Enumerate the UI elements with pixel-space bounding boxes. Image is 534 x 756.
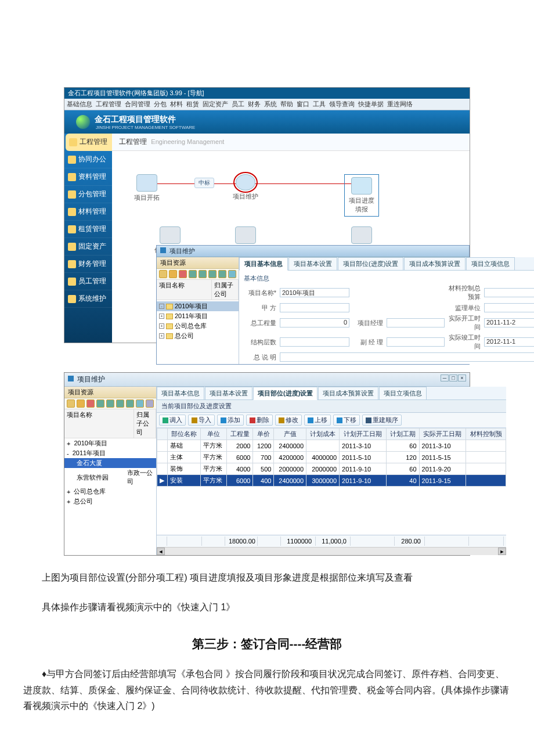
toolbar-button[interactable]: 上移 <box>304 415 331 426</box>
tree-row[interactable]: -2010年项目 <box>157 301 239 311</box>
expand-icon[interactable]: + <box>67 498 70 505</box>
grid-row[interactable]: 主体平方米6000700420000040000002011-5-1012020… <box>157 452 506 463</box>
grid-header-cell[interactable] <box>157 429 168 440</box>
input-end-date[interactable]: 2012-11-1 <box>484 337 534 347</box>
sidenav-item[interactable]: 员工管理 <box>64 273 112 290</box>
tab[interactable]: 项目基本信息 <box>239 257 288 271</box>
input-vpm[interactable] <box>387 337 445 347</box>
grid-header-cell[interactable]: 计划工期 <box>386 429 419 440</box>
expand-icon[interactable]: - <box>67 450 69 457</box>
tree-row[interactable]: +总公司 <box>157 331 239 341</box>
input-party-a[interactable] <box>280 303 349 312</box>
menu-item[interactable]: 工具 <box>313 100 326 109</box>
delete-icon[interactable] <box>86 399 95 408</box>
tab[interactable]: 项目基本信息 <box>157 387 204 399</box>
new-icon[interactable] <box>159 270 167 278</box>
tab[interactable]: 项目立项信息 <box>379 387 427 399</box>
sidenav-item[interactable]: 材料管理 <box>64 203 112 221</box>
menu-item[interactable]: 窗口 <box>297 100 309 109</box>
expand-icon[interactable]: + <box>159 314 164 319</box>
menu-item[interactable]: 领导查询 <box>329 100 355 109</box>
grid-header-cell[interactable]: 工程量 <box>227 429 253 440</box>
delete-icon[interactable] <box>179 270 187 278</box>
input-desc[interactable] <box>280 352 534 362</box>
grid-header-cell[interactable]: 单价 <box>253 429 274 440</box>
expand-icon[interactable]: + <box>159 323 164 329</box>
menu-item[interactable]: 基础信息 <box>67 100 92 109</box>
sidenav-item[interactable]: 分包管理 <box>64 186 112 203</box>
input-supervise[interactable] <box>484 303 534 312</box>
menu-item[interactable]: 租赁 <box>186 100 199 109</box>
horizontal-scrollbar[interactable]: ◄ ► <box>157 547 506 555</box>
grid-header-cell[interactable]: 计划成本 <box>306 429 340 440</box>
tab[interactable]: 项目基本设置 <box>288 257 337 270</box>
expand-icon[interactable]: - <box>159 304 164 309</box>
nav-prev-icon[interactable] <box>106 399 114 408</box>
tree-row[interactable]: +总公司 <box>64 496 156 506</box>
expand-icon[interactable]: + <box>159 333 164 339</box>
maximize-button[interactable]: □ <box>449 375 457 381</box>
minimize-button[interactable]: ─ <box>441 375 449 381</box>
scroll-left-icon[interactable]: ◄ <box>157 548 165 555</box>
toolbar-button[interactable]: 修改 <box>275 415 302 426</box>
tab[interactable]: 项目成本预算设置 <box>404 257 466 270</box>
expand-icon[interactable]: + <box>67 440 70 447</box>
tree-row[interactable]: +2011年项目 <box>157 311 239 321</box>
nav-prev-icon[interactable] <box>199 270 207 278</box>
sidenav-item[interactable]: 租赁管理 <box>64 221 112 238</box>
toolbar-button[interactable]: 重建顺序 <box>362 415 402 426</box>
nav-first-icon[interactable] <box>96 399 104 408</box>
nav-first-icon[interactable] <box>189 270 197 278</box>
input-levels[interactable] <box>280 337 349 347</box>
flow-node-open[interactable]: 项目开拓 <box>129 174 164 202</box>
flow-node-maintain[interactable]: 项目维护 <box>228 174 263 201</box>
menu-item[interactable]: 重连网络 <box>387 100 413 109</box>
tree-row[interactable]: 东营软件园市政一公司 <box>64 468 156 487</box>
tree-row[interactable]: 金石大厦 <box>64 458 156 468</box>
grid-header-cell[interactable]: 计划开工日期 <box>340 429 387 440</box>
sidenav-item[interactable]: 固定资产 <box>64 238 112 255</box>
grid-header-cell[interactable]: 材料控制预 <box>466 429 506 440</box>
scroll-right-icon[interactable]: ► <box>498 548 506 555</box>
menu-item[interactable]: 员工 <box>232 100 244 109</box>
tree-row[interactable]: +公司总仓库 <box>157 321 239 331</box>
sidenav-item[interactable]: 协同办公 <box>64 151 112 168</box>
new-icon[interactable] <box>67 399 75 408</box>
print-icon[interactable] <box>146 399 154 408</box>
grid-header-cell[interactable]: 实际开工日期 <box>419 429 466 440</box>
menu-item[interactable]: 材料 <box>170 100 183 109</box>
sidenav-item[interactable]: 工程管理 <box>66 134 112 151</box>
nav-next-icon[interactable] <box>116 399 124 408</box>
open-icon[interactable] <box>77 399 85 408</box>
grid-row[interactable]: 基础平方米2000120024000002011-3-10602011-3-10 <box>157 440 506 452</box>
toolbar-button[interactable]: 调入 <box>159 415 186 426</box>
nav-next-icon[interactable] <box>208 270 217 278</box>
toolbar-button[interactable]: 导入 <box>188 415 215 426</box>
input-start-date[interactable]: 2011-11-2 <box>484 318 534 327</box>
input-material-control[interactable] <box>484 288 534 297</box>
tree-row[interactable]: +2010年项目 <box>64 438 156 448</box>
menu-item[interactable]: 分包 <box>154 100 167 109</box>
tab[interactable]: 项目立项信息 <box>466 257 515 270</box>
tab[interactable]: 项目部位(进度)设置 <box>253 387 317 400</box>
sidenav-item[interactable]: 财务管理 <box>64 255 112 273</box>
menu-item[interactable]: 快捷单据 <box>358 100 384 109</box>
toolbar-button[interactable]: 删除 <box>246 415 273 426</box>
sidenav-item[interactable]: 资料管理 <box>64 168 112 186</box>
flow-node-progress[interactable]: 项目进度填报 <box>344 174 379 217</box>
grid-header-cell[interactable]: 产值 <box>274 429 306 440</box>
input-project-name[interactable]: 2010年项目 <box>280 288 349 297</box>
tab[interactable]: 项目部位(进度)设置 <box>338 257 403 270</box>
grid-row[interactable]: 装饰平方米4000500200000020000002011-9-1060201… <box>157 463 506 475</box>
menu-item[interactable]: 财务 <box>248 100 261 109</box>
menu-item[interactable]: 合同管理 <box>125 100 150 109</box>
refresh-icon[interactable] <box>228 270 236 278</box>
tree-row[interactable]: -2011年项目 <box>64 448 156 458</box>
input-total-amount[interactable]: 0 <box>280 318 349 327</box>
grid-header-cell[interactable]: 单位 <box>201 429 227 440</box>
refresh-icon[interactable] <box>136 399 144 408</box>
open-icon[interactable] <box>169 270 177 278</box>
input-pm[interactable] <box>387 318 445 327</box>
menu-item[interactable]: 帮助 <box>280 100 293 109</box>
tree-row[interactable]: +公司总仓库 <box>64 487 156 496</box>
